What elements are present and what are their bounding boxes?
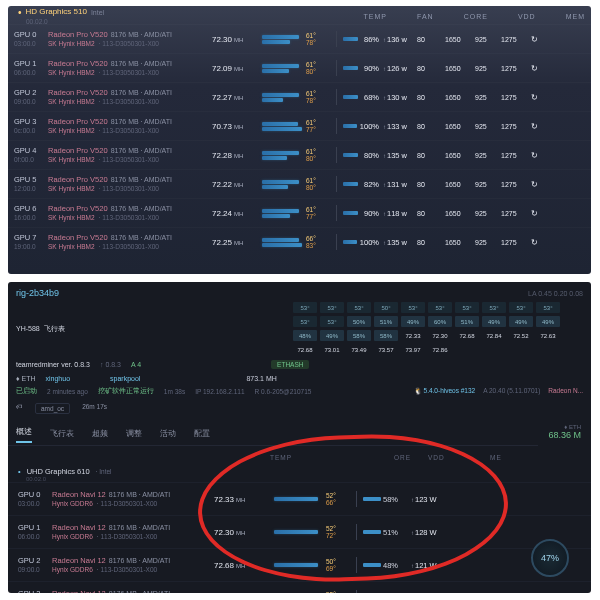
gpu-model: Radeon Pro V5208176 MB · AMD/ATI SK Hyni… [48, 147, 208, 162]
refresh-icon[interactable]: ↻ [531, 93, 545, 102]
hashrate: 70.73MH [212, 122, 258, 131]
gpu-row[interactable]: GPU 209:00.0 Radeon Navi 128176 MB · AMD… [8, 548, 591, 581]
gpu-index: GPU 512:00.0 [14, 176, 44, 191]
temps: 61°80° [306, 177, 332, 191]
gpu-row[interactable]: GPU 512:00.0 Radeon Pro V5208176 MB · AM… [8, 169, 591, 198]
fan-speed: 90% [343, 209, 379, 218]
gpu-model: Radeon Pro V5208176 MB · AMD/ATI SK Hyni… [48, 205, 208, 220]
tag-amd-oc[interactable]: amd_oc [35, 403, 70, 414]
temps: 61°78° [306, 32, 332, 46]
power: ↑136 w [383, 35, 413, 44]
tab-3[interactable]: 调整 [126, 429, 142, 443]
refresh-icon[interactable]: ↻ [531, 180, 545, 189]
fan-speed: 82% [343, 180, 379, 189]
tab-2[interactable]: 超频 [92, 429, 108, 443]
temps: 61°77° [306, 119, 332, 133]
la-value: LA 0.45 0.20 0.08 [528, 290, 583, 297]
tab-1[interactable]: 飞行表 [50, 429, 74, 443]
refresh-icon[interactable]: ↻ [531, 122, 545, 131]
top-col-headers: TEMP FAN CORE VDD MEM [364, 13, 585, 20]
bot-col-headers: TEMP ORE VDD ME [8, 446, 591, 463]
gpu-model: Radeon Pro V5208176 MB · AMD/ATI SK Hyni… [48, 60, 208, 75]
total-hashrate: 873.1 MH [246, 375, 276, 382]
status-started: 已启动 [16, 387, 37, 396]
hashrate: 72.27MH [212, 93, 258, 102]
fan-speed: 100% [343, 238, 379, 247]
status-grid: 53°53°53°50°53°53°53°53°53°53°53°53°50%5… [293, 302, 583, 355]
temps: 61°77° [306, 206, 332, 220]
pool-name[interactable]: sparkpool [110, 375, 140, 382]
progress-widget[interactable]: 47% [531, 539, 569, 577]
tab-5[interactable]: 配置 [194, 429, 210, 443]
gpu-row[interactable]: GPU 209:00.0 Radeon Pro V5208176 MB · AM… [8, 82, 591, 111]
tab-0[interactable]: 概述 [16, 427, 32, 443]
algo-badge: ETHASH [271, 360, 309, 369]
gpu-model: Radeon Pro V5208176 MB · AMD/ATI SK Hyni… [48, 31, 208, 46]
hashrate: 72.09MH [212, 64, 258, 73]
gpu-model: Radeon Pro V5208176 MB · AMD/ATI SK Hyni… [48, 118, 208, 133]
igpu-clock-top: 00.02.0 [18, 18, 104, 25]
fan-speed: 80% [343, 151, 379, 160]
refresh-icon[interactable]: ↻ [531, 151, 545, 160]
power: ↑133 w [383, 122, 413, 131]
hashrate: 72.28MH [212, 151, 258, 160]
hash-bars [262, 93, 302, 102]
top-header: HD Graphics 510 Intel 00.02.0 TEMP FAN C… [8, 6, 591, 24]
hash-bars [262, 64, 302, 73]
gpu-index: GPU 209:00.0 [14, 89, 44, 104]
rig-name[interactable]: rig-2b34b9 [16, 288, 59, 298]
tab-4[interactable]: 活动 [160, 429, 176, 443]
igpu-brand-top: Intel [91, 9, 104, 17]
gpu-row[interactable]: GPU 003:00.0 Radeon Pro V5208176 MB · AM… [8, 24, 591, 53]
power: ↑118 w [383, 209, 413, 218]
hashrate: 72.25MH [212, 238, 258, 247]
refresh-icon[interactable]: ↻ [531, 238, 545, 247]
hashrate: 72.22MH [212, 180, 258, 189]
gpu-row[interactable]: GPU 30c:00.0 Radeon Pro V5208176 MB · AM… [8, 111, 591, 140]
fan-speed: 90% [343, 64, 379, 73]
gpu-row[interactable]: GPU 106:00.0 Radeon Navi 128176 MB · AMD… [8, 515, 591, 548]
power: ↑126 w [383, 64, 413, 73]
gpu-index: GPU 40f:00.0 [14, 147, 44, 162]
top-panel: HD Graphics 510 Intel 00.02.0 TEMP FAN C… [8, 6, 591, 274]
refresh-icon[interactable]: ↻ [531, 64, 545, 73]
hash-bars [262, 151, 302, 160]
gpu-row[interactable]: GPU 616:00.0 Radeon Pro V5208176 MB · AM… [8, 198, 591, 227]
gpu-row[interactable]: GPU 106:00.0 Radeon Pro V5208176 MB · AM… [8, 53, 591, 82]
hashrate: 72.24MH [212, 209, 258, 218]
power: ↑135 w [383, 151, 413, 160]
gpu-row[interactable]: GPU 003:00.0 Radeon Navi 128176 MB · AMD… [8, 482, 591, 515]
hash-bars [262, 238, 302, 247]
power: ↑131 w [383, 180, 413, 189]
bottom-panel: rig-2b34b9 LA 0.45 0.20 0.08 YH-588 飞行表 … [8, 282, 591, 593]
eth-total: ♦ ETH 68.36 M [538, 418, 591, 446]
temps: 61°80° [306, 61, 332, 75]
hash-bars [262, 180, 302, 189]
gpu-model: Radeon Pro V5208176 MB · AMD/ATI SK Hyni… [48, 234, 208, 249]
gpu-model: Radeon Pro V5208176 MB · AMD/ATI SK Hyni… [48, 89, 208, 104]
refresh-icon[interactable]: ↻ [531, 35, 545, 44]
worker-name: YH-588 飞行表 [16, 324, 65, 334]
miner-name: teamredminer ver. 0.8.3 [16, 361, 90, 368]
gpu-model: Radeon Pro V5208176 MB · AMD/ATI SK Hyni… [48, 176, 208, 191]
status-running: 挖矿软件正常运行 [98, 387, 154, 396]
refresh-icon[interactable]: ↻ [531, 209, 545, 218]
fan-speed: 68% [343, 93, 379, 102]
gpu-index: GPU 719:00.0 [14, 234, 44, 249]
gpu-row[interactable]: GPU 40f:00.0 Radeon Pro V5208176 MB · AM… [8, 140, 591, 169]
fan-speed: 86% [343, 35, 379, 44]
gpu-row[interactable]: GPU 30c:00.0 Radeon Navi 128176 MB · AMD… [8, 581, 591, 593]
gpu-index: GPU 106:00.0 [14, 60, 44, 75]
gpu-index: GPU 30c:00.0 [14, 118, 44, 133]
hash-bars [262, 209, 302, 218]
power: ↑130 w [383, 93, 413, 102]
tabs: 概述飞行表超频调整活动配置 [8, 424, 538, 446]
hash-bars [262, 122, 302, 131]
wallet-name[interactable]: xinghuo [46, 375, 71, 382]
gpu-row[interactable]: GPU 719:00.0 Radeon Pro V5208176 MB · AM… [8, 227, 591, 256]
gpu-index: GPU 003:00.0 [14, 31, 44, 46]
temps: 61°78° [306, 90, 332, 104]
coin-label: ♦ ETH [16, 375, 36, 382]
hash-bars [262, 35, 302, 44]
fan-speed: 100% [343, 122, 379, 131]
